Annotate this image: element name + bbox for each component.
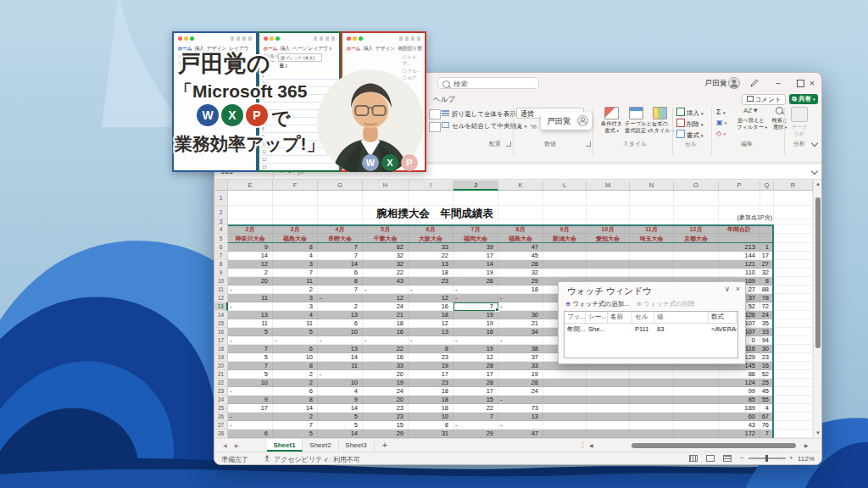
cell-J9[interactable]: 19	[453, 269, 498, 277]
cell-P21[interactable]: 86	[719, 370, 760, 379]
cell-I1[interactable]	[409, 191, 453, 206]
cell-F21[interactable]: 2	[273, 370, 318, 379]
cell-P25[interactable]: 189	[719, 404, 760, 413]
cell-I27[interactable]: 8	[409, 421, 453, 430]
cell-O8[interactable]	[674, 260, 719, 269]
cell-styles-button[interactable]: セルのスタイル ▾	[648, 106, 671, 143]
cell-L22[interactable]	[543, 379, 587, 387]
sheet-tab-sheet3[interactable]: Sheet3	[338, 439, 375, 452]
cell-R20[interactable]	[774, 362, 813, 370]
hscroll-right-arrow[interactable]: ▶	[804, 442, 809, 448]
cell-R10[interactable]	[774, 277, 813, 286]
cell-N5[interactable]: 埼玉大会	[630, 234, 674, 243]
cell-R4[interactable]	[774, 225, 813, 234]
cell-E5[interactable]: 神奈川大会	[228, 234, 273, 243]
cell-O4[interactable]: 12月	[674, 225, 719, 234]
coauthor-presence-tag[interactable]: 戸田覚	[541, 112, 592, 130]
cell-R21[interactable]	[774, 370, 813, 379]
cell-J10[interactable]: 26	[453, 277, 498, 286]
zoom-slider-thumb[interactable]	[765, 455, 768, 462]
cell-H13[interactable]: 24	[363, 302, 409, 311]
hscroll-left-arrow[interactable]: ◀	[589, 442, 593, 448]
row-header-26[interactable]: 26	[214, 413, 228, 421]
cell-R18[interactable]	[774, 345, 813, 353]
cell-J15[interactable]: 19	[453, 319, 498, 328]
cell-P2[interactable]	[719, 206, 760, 219]
autosum-button[interactable]: Σ ▾	[716, 108, 726, 116]
column-header-N[interactable]: N	[630, 180, 674, 191]
scroll-up-arrow[interactable]: ▲	[814, 181, 822, 186]
cell-G16[interactable]: 10	[318, 328, 363, 336]
cell-Q18[interactable]: 30	[760, 345, 774, 353]
cell-O27[interactable]	[674, 421, 719, 430]
cell-I24[interactable]: 18	[409, 396, 453, 404]
cell-R7[interactable]	[774, 252, 813, 260]
cell-R15[interactable]	[774, 319, 813, 328]
fill-button[interactable]: ▣ ▾	[716, 119, 726, 126]
cell-Q7[interactable]: 17	[760, 252, 774, 260]
cell-H25[interactable]: 23	[363, 404, 409, 413]
cell-H19[interactable]: 16	[363, 353, 409, 362]
cell-J24[interactable]: 15	[453, 396, 498, 404]
cell-G14[interactable]: 13	[318, 311, 363, 319]
cell-E16[interactable]: 5	[228, 328, 273, 336]
cell-H10[interactable]: 43	[363, 277, 409, 286]
cell-G5[interactable]: 長野大会	[318, 234, 363, 243]
cell-F27[interactable]: 7	[273, 421, 318, 430]
cell-E4[interactable]: 2月	[228, 225, 273, 234]
cell-E23[interactable]: -	[228, 387, 273, 396]
column-header-H[interactable]: H	[363, 180, 409, 191]
cell-G24[interactable]: 9	[318, 396, 363, 404]
cell-Q14[interactable]: 24	[760, 311, 774, 319]
cell-E17[interactable]: -	[228, 336, 273, 345]
cell-H28[interactable]: 29	[363, 430, 409, 438]
cell-R24[interactable]	[774, 396, 813, 404]
zoom-level[interactable]: 112%	[798, 455, 815, 463]
cell-R2[interactable]	[774, 206, 813, 219]
cell-L28[interactable]	[543, 430, 587, 438]
cell-E19[interactable]: 5	[228, 353, 273, 362]
cell-H14[interactable]: 21	[363, 311, 409, 319]
cell-M2[interactable]	[587, 206, 630, 219]
cell-G12[interactable]: -	[318, 294, 363, 302]
cell-N2[interactable]	[630, 206, 674, 219]
cell-J22[interactable]: 28	[453, 379, 498, 387]
cell-R27[interactable]	[774, 421, 813, 430]
cell-J2[interactable]	[453, 206, 498, 219]
cell-I20[interactable]: 19	[409, 362, 453, 370]
cell-I23[interactable]: 18	[409, 387, 453, 396]
watch-table-entry[interactable]: 年間...She...P11183=AVERAGE...	[565, 324, 737, 335]
cell-G20[interactable]: 11	[318, 362, 363, 370]
cell-K19[interactable]: 37	[498, 353, 543, 362]
cell-M27[interactable]	[587, 421, 630, 430]
cell-O6[interactable]	[674, 243, 719, 252]
cell-Q21[interactable]: 52	[760, 370, 774, 379]
expand-formula-bar-chevron[interactable]	[811, 168, 818, 175]
cell-K10[interactable]: 29	[498, 277, 543, 286]
cell-I12[interactable]: 12	[409, 294, 453, 302]
row-header-13[interactable]: 13	[214, 302, 228, 311]
select-all-corner[interactable]	[214, 180, 228, 191]
cell-J11[interactable]: -	[453, 286, 498, 294]
cell-R16[interactable]	[774, 328, 813, 336]
cell-M24[interactable]	[587, 396, 630, 404]
cell-Q28[interactable]: 7	[760, 430, 774, 438]
zoom-out-button[interactable]: −	[740, 454, 744, 462]
cell-R25[interactable]	[774, 404, 813, 413]
cell-J12[interactable]: -	[453, 294, 498, 302]
cell-Q12[interactable]: 78	[760, 294, 774, 302]
cell-Q11[interactable]: 88	[760, 286, 774, 294]
sheet-nav-left[interactable]: ◀	[223, 442, 227, 448]
cell-I17[interactable]: -	[409, 336, 453, 345]
row-header-22[interactable]: 22	[214, 379, 228, 387]
cell-E1[interactable]	[228, 191, 273, 206]
cell-K8[interactable]: 28	[498, 260, 543, 269]
row-header-1[interactable]: 1	[214, 191, 228, 206]
cell-N8[interactable]	[630, 260, 674, 269]
column-header-F[interactable]: F	[273, 180, 318, 191]
cell-H9[interactable]: 22	[363, 269, 409, 277]
cell-P27[interactable]: 43	[719, 421, 760, 430]
cell-P5[interactable]	[719, 234, 760, 243]
cell-L23[interactable]	[543, 387, 587, 396]
cell-N1[interactable]	[630, 191, 674, 206]
